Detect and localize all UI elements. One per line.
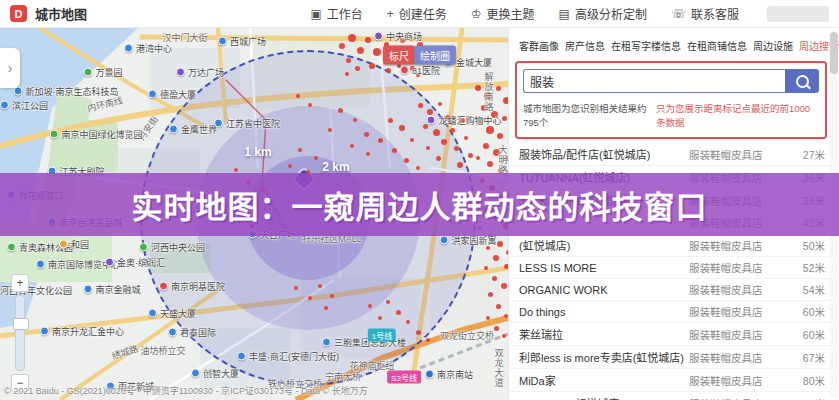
tab-4[interactable]: 周边设施 <box>753 38 793 53</box>
heat-dot <box>366 152 370 156</box>
shop-row[interactable]: TKYSHOP(虹悦城店)服装鞋帽皮具店92米 <box>509 392 839 400</box>
map-label-text: 油坊桥立交 <box>140 344 185 357</box>
tab-1[interactable]: 房产信息 <box>565 38 605 53</box>
map-label-text: 金鹰世界 <box>181 123 217 136</box>
heat-dot <box>314 156 318 160</box>
panel-tabs: 客群画像房产信息在租写字楼信息在租商铺信息周边设施周边搜索 <box>509 28 839 59</box>
heat-dot <box>416 166 420 170</box>
map-label: 港湾中心 <box>124 42 172 55</box>
plus-icon: + <box>387 7 394 21</box>
map-label: 万达广场 <box>176 66 224 79</box>
shop-distance: 60米 <box>785 304 825 319</box>
shop-category: 服装鞋帽皮具店 <box>689 260 785 275</box>
shop-category: 服装鞋帽皮具店 <box>689 282 785 297</box>
app-title: 城市地图 <box>35 4 87 23</box>
shop-category: 服装鞋帽皮具店 <box>689 238 785 253</box>
heat-dot <box>494 326 499 331</box>
map-label: 大明路 <box>497 145 509 175</box>
menu-item-4[interactable]: ☏联系客服 <box>671 5 739 22</box>
heat-dot <box>487 161 493 167</box>
heat-dot <box>464 136 468 140</box>
tab-2[interactable]: 在租写字楼信息 <box>611 38 681 53</box>
red-poi-icon <box>159 282 168 291</box>
shop-name: ORGANIC WORK <box>519 284 689 296</box>
blue-poi-icon <box>124 44 133 53</box>
menu-label: 更换主题 <box>487 5 535 22</box>
zoom-slider-track[interactable] <box>15 295 25 371</box>
menu-label: 联系客服 <box>691 5 739 22</box>
map-label: 南京金融城 <box>83 283 140 296</box>
map-label: 君泰国际 <box>168 326 216 339</box>
zoom-slider-thumb[interactable] <box>13 318 29 330</box>
blue-poi-icon <box>168 328 177 337</box>
shop-distance: 27米 <box>785 147 825 162</box>
zoom-in-button[interactable]: + <box>11 274 29 292</box>
shop-row[interactable]: 利郎less is more专卖店(虹悦城店)服装鞋帽皮具店67米 <box>509 346 839 369</box>
map-label-text: 双龙街立交桥 <box>440 329 494 342</box>
heat-dot <box>328 128 332 132</box>
heat-dot <box>396 310 401 315</box>
green-poi-icon <box>49 130 58 139</box>
tab-3[interactable]: 在租商铺信息 <box>687 38 747 53</box>
shop-row[interactable]: Do things服装鞋帽皮具店60米 <box>509 301 839 323</box>
blue-poi-icon <box>439 236 448 245</box>
map-label-text: 万达广场 <box>188 66 224 79</box>
heat-dot <box>338 108 343 113</box>
shop-row[interactable]: 莱丝瑞拉服装鞋帽皮具店60米 <box>509 323 839 346</box>
map-label: 金奥·缤润汇 <box>105 256 165 269</box>
shop-row[interactable]: MiDa家服装鞋帽皮具店80米 <box>509 369 839 392</box>
shop-row[interactable]: 服装饰品/配件店(虹悦城店)服装鞋帽皮具店27米 <box>509 143 839 166</box>
heat-dot <box>399 125 405 131</box>
map-tool-badge-1[interactable]: 绘制圈 <box>414 46 456 65</box>
map-label-text: 解放南路 <box>483 72 496 112</box>
blue-poi-icon <box>40 327 49 336</box>
map-label-text: 龙蟠汇购物中心 <box>438 114 501 127</box>
masked-user-area <box>767 6 829 22</box>
heat-dot <box>488 292 493 297</box>
shop-row[interactable]: ORGANIC WORK服装鞋帽皮具店54米 <box>509 279 839 301</box>
map-zoom-control: + − <box>10 274 30 392</box>
map-label-text: 宁南大桥 <box>325 370 361 383</box>
red-poi-icon <box>400 66 409 75</box>
map-copyright: © 2021 Baidu - GS(2021)6026号 - 甲测资字11009… <box>4 384 368 397</box>
blue-poi-icon <box>322 338 331 347</box>
heat-dot <box>378 138 383 143</box>
search-section: 城市地图为您识别相关结果约795个 只为您展示距离标记点最近的前1000条数据 <box>515 61 827 139</box>
shop-row[interactable]: (虹悦城店)服装鞋帽皮具店50米 <box>509 234 839 257</box>
map-label: 龙蟠汇购物中心 <box>426 114 501 127</box>
heat-dot <box>296 94 300 98</box>
shop-name: TKYSHOP(虹悦城店) <box>519 395 689 400</box>
map-label: 中央商场 <box>374 30 422 43</box>
heat-dot <box>416 330 421 335</box>
map-label-text: 丰盛·商汇(安德门大街) <box>249 350 339 363</box>
menu-item-0[interactable]: ▣工作台 <box>310 5 362 22</box>
shop-name: MiDa家 <box>519 372 689 388</box>
map-label-text: 君泰国际 <box>180 326 216 339</box>
map-label-text: 金城大厦 <box>456 56 492 69</box>
search-button[interactable] <box>785 69 819 93</box>
chevron-right-icon: › <box>8 60 13 76</box>
menu-item-3[interactable]: ▤高级分析定制 <box>559 5 647 22</box>
scrollbar-thumb[interactable] <box>830 32 838 74</box>
tab-0[interactable]: 客群画像 <box>519 38 559 53</box>
metro-line-badge: S3号线 <box>387 371 421 384</box>
shop-row[interactable]: LESS IS MORE服装鞋帽皮具店52米 <box>509 257 839 279</box>
heat-dot <box>294 286 298 290</box>
heat-dot <box>386 300 390 304</box>
heat-dot <box>348 34 356 42</box>
menu-item-2[interactable]: ♔更换主题 <box>471 5 535 22</box>
heat-dot <box>496 304 501 309</box>
result-limit-text: 只为您展示距离标记点最近的前1000条数据 <box>656 101 819 129</box>
panel-collapse-button[interactable]: › <box>0 48 20 88</box>
heat-dot <box>324 306 328 310</box>
top-menu: ▣工作台+创建任务♔更换主题▤高级分析定制☏联系客服 <box>310 5 739 22</box>
shop-name: Do things <box>519 306 689 318</box>
heat-dot <box>476 156 480 160</box>
menu-label: 创建任务 <box>399 5 447 22</box>
map-label-text: 双龙大道 <box>493 348 506 388</box>
heat-dot <box>355 66 360 71</box>
search-input[interactable] <box>523 69 785 93</box>
map-tool-badge-0[interactable]: 标尺 <box>383 46 415 65</box>
heat-dot <box>493 255 499 261</box>
menu-item-1[interactable]: +创建任务 <box>387 5 447 22</box>
